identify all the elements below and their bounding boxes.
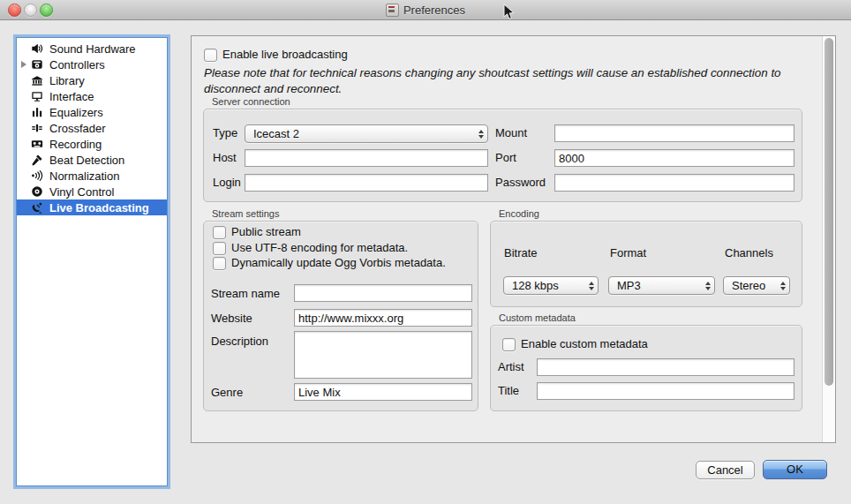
sidebar-item-label: Equalizers xyxy=(49,106,103,119)
enable-custom-metadata-checkbox[interactable] xyxy=(502,338,516,351)
enable-custom-metadata-label: Enable custom metadata xyxy=(521,337,648,351)
stream-settings-checkbox-label: Public stream xyxy=(231,225,301,239)
gavel-icon xyxy=(30,154,44,167)
monitor-icon xyxy=(30,90,44,103)
sidebar-list: Sound HardwareControllersLibraryInterfac… xyxy=(17,41,167,215)
vertical-scrollbar[interactable] xyxy=(822,36,835,442)
custom-metadata-title: Custom metadata xyxy=(499,312,576,323)
stream-settings-checkbox-2[interactable] xyxy=(213,257,226,270)
sound-waves-icon xyxy=(30,169,44,183)
stepper-arrows-icon xyxy=(589,282,594,290)
ok-button[interactable]: OK xyxy=(763,460,827,479)
satellite-dish-icon xyxy=(30,201,44,214)
format-label: Format xyxy=(610,246,646,260)
sidebar-item-label: Recording xyxy=(49,138,102,151)
equalizer-bars-icon xyxy=(30,106,44,119)
cancel-button[interactable]: Cancel xyxy=(696,461,755,479)
sidebar-item-label: Live Broadcasting xyxy=(49,201,149,214)
stepper-arrows-icon xyxy=(780,282,786,290)
vinyl-record-icon xyxy=(30,185,44,199)
expand-triangle-icon[interactable] xyxy=(17,61,30,68)
sidebar-item-crossfader[interactable]: Crossfader xyxy=(17,120,167,136)
mixxx-preferences-icon xyxy=(386,4,399,17)
library-bank-icon xyxy=(30,74,44,87)
stream-settings-checkbox-label: Dynamically update Ogg Vorbis metadata. xyxy=(231,256,446,270)
mouse-cursor-icon xyxy=(503,4,515,20)
enable-live-broadcasting-label: Enable live broadcasting xyxy=(222,48,348,62)
stream-settings-checkbox-0[interactable] xyxy=(213,226,226,239)
sidebar-item-recording[interactable]: Recording xyxy=(17,136,167,152)
shoutcast-note: Please note that for technical reasons c… xyxy=(204,65,810,96)
port-input[interactable] xyxy=(554,149,795,167)
sidebar-item-controllers[interactable]: Controllers xyxy=(17,56,167,72)
stream-settings-checkbox-1[interactable] xyxy=(213,242,226,255)
preferences-category-list: Sound HardwareControllersLibraryInterfac… xyxy=(16,37,168,486)
window-title: Preferences xyxy=(403,4,465,17)
sidebar-item-label: Sound Hardware xyxy=(49,42,136,56)
password-input[interactable] xyxy=(554,174,795,192)
sidebar-item-label: Crossfader xyxy=(49,122,106,135)
channels-dropdown[interactable]: Stereo xyxy=(723,276,790,295)
password-label: Password xyxy=(495,176,546,190)
sidebar-item-normalization[interactable]: Normalization xyxy=(17,168,167,184)
sidebar-item-label: Beat Detection xyxy=(49,154,124,167)
description-label: Description xyxy=(211,335,268,349)
genre-input[interactable] xyxy=(294,383,472,401)
enable-live-broadcasting-checkbox[interactable] xyxy=(204,49,217,62)
sidebar-item-vinyl-control[interactable]: Vinyl Control xyxy=(17,184,167,199)
channels-label: Channels xyxy=(725,246,773,260)
sidebar-item-interface[interactable]: Interface xyxy=(17,88,167,104)
bitrate-label: Bitrate xyxy=(504,246,538,260)
format-dropdown[interactable]: MP3 xyxy=(608,276,715,295)
controller-icon xyxy=(30,58,44,71)
website-input[interactable] xyxy=(294,309,472,327)
host-input[interactable] xyxy=(245,149,488,167)
stream-name-label: Stream name xyxy=(211,287,280,301)
host-label: Host xyxy=(213,151,237,165)
sidebar-item-label: Vinyl Control xyxy=(49,185,114,199)
bitrate-dropdown[interactable]: 128 kbps xyxy=(503,276,599,295)
login-label: Login xyxy=(213,176,241,190)
sidebar-item-beat-detection[interactable]: Beat Detection xyxy=(17,152,167,168)
artist-label: Artist xyxy=(498,360,524,374)
artist-input[interactable] xyxy=(537,358,795,376)
sidebar-item-label: Controllers xyxy=(49,58,105,71)
sidebar-item-label: Interface xyxy=(49,90,94,103)
login-input[interactable] xyxy=(245,174,488,192)
title-label: Title xyxy=(498,384,519,398)
mount-label: Mount xyxy=(495,126,527,140)
title-bar: Preferences xyxy=(0,0,851,20)
live-broadcasting-page: Enable live broadcasting Please note tha… xyxy=(191,35,836,443)
sidebar-item-live-broadcasting[interactable]: Live Broadcasting xyxy=(17,199,167,215)
server-connection-title: Server connection xyxy=(212,96,290,107)
cassette-icon xyxy=(30,138,44,151)
port-label: Port xyxy=(495,151,516,165)
website-label: Website xyxy=(211,312,252,326)
type-label: Type xyxy=(213,126,237,140)
mount-input[interactable] xyxy=(554,124,795,142)
stepper-arrows-icon xyxy=(705,282,711,290)
sidebar-item-library[interactable]: Library xyxy=(17,72,167,88)
title-input[interactable] xyxy=(537,382,795,400)
sidebar-item-equalizers[interactable]: Equalizers xyxy=(17,104,167,120)
sidebar-item-label: Library xyxy=(49,74,85,87)
encoding-title: Encoding xyxy=(499,208,539,219)
genre-label: Genre xyxy=(211,386,243,400)
scrollbar-thumb[interactable] xyxy=(825,38,833,386)
type-dropdown[interactable]: Icecast 2 xyxy=(245,124,488,143)
description-textarea[interactable] xyxy=(294,331,472,379)
stream-name-input[interactable] xyxy=(294,284,472,302)
sidebar-item-sound-hardware[interactable]: Sound Hardware xyxy=(17,41,167,56)
crossfader-icon xyxy=(30,122,44,135)
speaker-icon xyxy=(30,42,44,56)
stepper-arrows-icon xyxy=(478,130,484,139)
sidebar-item-label: Normalization xyxy=(49,169,119,183)
stream-settings-checkbox-label: Use UTF-8 encoding for metadata. xyxy=(231,241,408,255)
stream-settings-title: Stream settings xyxy=(212,208,279,219)
